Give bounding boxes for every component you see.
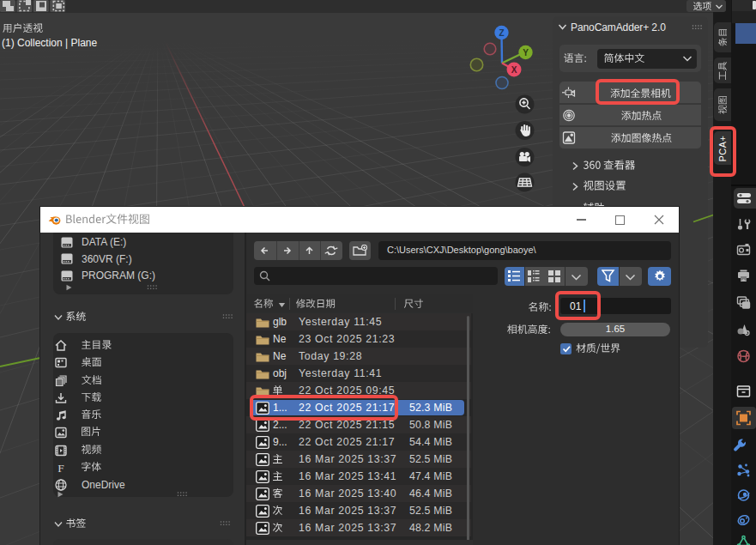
svg-text:F: F: [57, 462, 64, 474]
svg-text:Y: Y: [523, 48, 529, 58]
svg-text:X: X: [511, 65, 517, 75]
svg-text:Z: Z: [499, 28, 504, 38]
